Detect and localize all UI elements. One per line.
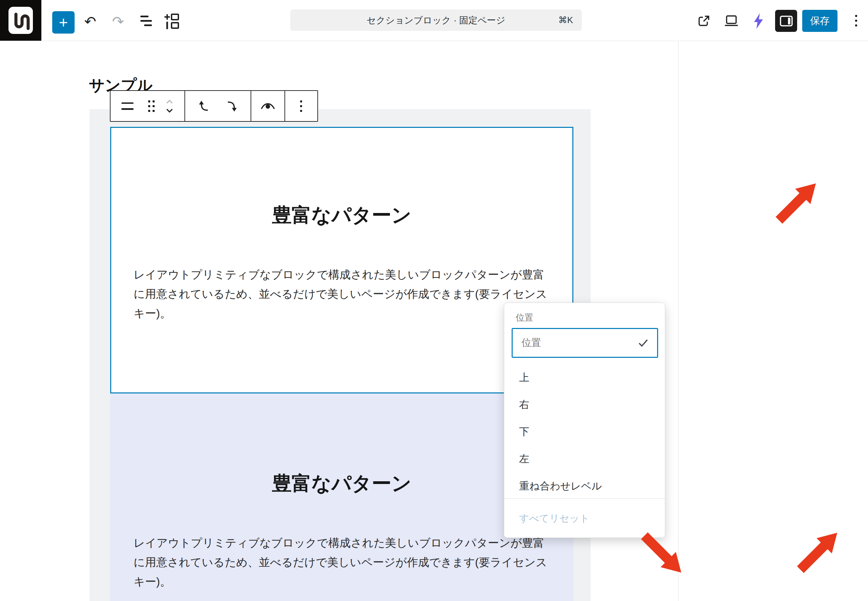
drag-handle[interactable] <box>145 97 158 115</box>
chevron-down-icon <box>166 107 173 114</box>
undo-icon: ↶ <box>84 15 96 29</box>
external-link-icon <box>697 14 711 28</box>
popup-item-position-selected[interactable]: 位置 <box>512 328 658 358</box>
curve-arrow-up-icon <box>197 99 210 113</box>
curve-arrow-down-icon <box>225 99 239 113</box>
popup-reset-all[interactable]: すべてリセット <box>519 505 589 532</box>
command-shortcut: ⌘K <box>559 9 573 31</box>
popup-item-left[interactable]: 左 <box>519 445 655 473</box>
popup-selected-label: 位置 <box>521 336 541 350</box>
chevron-up-icon <box>166 98 173 105</box>
plus-icon: + <box>59 13 68 32</box>
annotation-arrow-to-position-options <box>793 526 844 577</box>
annotation-arrow-to-styles-tab <box>771 177 822 228</box>
move-down-tool-button[interactable] <box>223 97 241 115</box>
popup-item-top[interactable]: 上 <box>519 364 655 391</box>
redo-icon: ↷ <box>112 15 124 29</box>
sidebar-panel-icon <box>780 15 793 27</box>
redo-button[interactable]: ↷ <box>109 15 127 29</box>
popup-item-zindex[interactable]: 重ね合わせレベル <box>519 473 655 500</box>
block-options-button[interactable] <box>291 97 311 115</box>
undo-button[interactable]: ↶ <box>81 15 99 29</box>
preview-device-button[interactable] <box>723 14 740 29</box>
kebab-menu-icon <box>300 101 302 112</box>
section-block-icon <box>121 102 134 110</box>
check-icon <box>638 339 648 347</box>
eye-icon <box>260 100 276 112</box>
section-heading[interactable]: 豊富なパターン <box>111 128 573 227</box>
laptop-icon <box>724 15 739 27</box>
save-button[interactable]: 保存 <box>802 10 838 32</box>
popup-group-label: 位置 <box>516 312 533 323</box>
block-inserter-button[interactable]: + <box>52 11 75 34</box>
list-view-button[interactable] <box>140 15 152 26</box>
save-button-label: 保存 <box>810 14 830 28</box>
document-bar-title: セクションブロック · 固定ページ <box>290 14 582 26</box>
position-options-popup: 位置 位置 上 右 下 左 重ね合わせレベル すべてリセット <box>504 302 665 538</box>
section-paragraph[interactable]: レイアウトプリミティブなブロックで構成された美しいブロックパターンが豊富に用意さ… <box>134 533 550 591</box>
performance-button[interactable] <box>750 12 767 30</box>
move-up-tool-button[interactable] <box>195 97 213 115</box>
block-toolbar <box>110 90 318 122</box>
editor-top-bar: + ↶ ↷ セクションブロック · 固定ページ ⌘K <box>0 0 868 41</box>
drag-dots-icon <box>148 101 155 112</box>
popup-divider <box>504 498 665 499</box>
section-paragraph[interactable]: レイアウトプリミティブなブロックで構成された美しいブロックパターンが豊富に用意さ… <box>134 265 550 323</box>
kebab-menu-icon <box>855 15 857 26</box>
unitone-logo-icon <box>9 7 33 34</box>
lightning-bolt-icon <box>752 12 764 29</box>
hide-block-button[interactable] <box>258 97 278 115</box>
section-block-type-button[interactable] <box>118 97 137 115</box>
annotation-arrow-to-position-select <box>637 528 688 579</box>
site-logo[interactable] <box>0 0 41 41</box>
settings-sidebar-toggle[interactable] <box>775 10 797 32</box>
popup-item-right[interactable]: 右 <box>519 391 655 418</box>
unitone-patterns-button[interactable] <box>164 14 180 29</box>
document-bar[interactable]: セクションブロック · 固定ページ ⌘K <box>290 9 582 31</box>
popup-item-bottom[interactable]: 下 <box>519 418 655 445</box>
unitone-patterns-icon <box>164 14 180 29</box>
view-site-button[interactable] <box>696 14 712 29</box>
block-mover[interactable] <box>166 98 176 114</box>
settings-sidebar <box>678 41 868 601</box>
options-menu-button[interactable] <box>848 12 865 29</box>
